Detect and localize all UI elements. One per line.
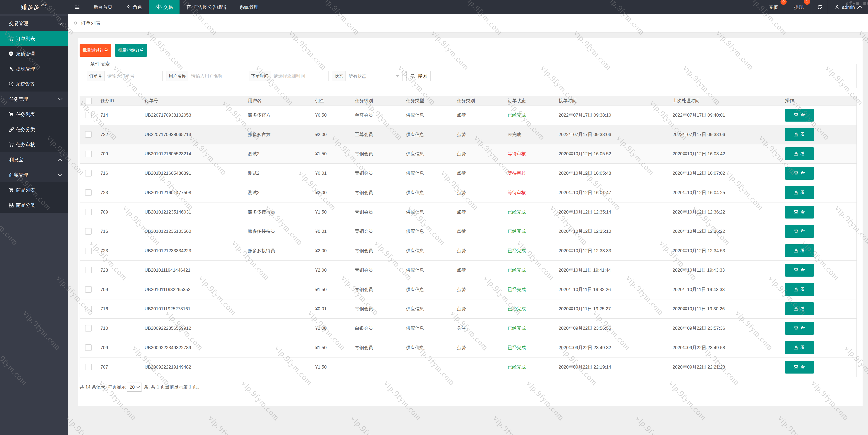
component-icon [8,202,14,208]
row-checkbox[interactable] [85,209,92,215]
cell-task-id: 716 [97,164,141,183]
sidebar-toggle-button[interactable] [68,0,87,14]
cell-order-status: 已经完成 [504,357,555,377]
table-row: 723UB2010121233334223赚多多接待员¥2.00青铜会员供应信息… [80,241,857,261]
chev-down-icon [58,173,63,176]
sidebar-item-task-list[interactable]: 任务列表 [0,107,68,122]
table-row: 710UB2009222356559912¥2.00白银会员供应信息关注已经完成… [80,319,857,338]
topbar-item-ad-notice[interactable]: 广告图公告编辑 [180,0,233,14]
topbar-right-menu: 充值0提现1admin [761,0,868,14]
row-checkbox[interactable] [85,189,92,196]
col-header-checkbox [80,96,97,105]
row-checkbox[interactable] [85,286,92,293]
view-button[interactable]: 查看 [785,283,814,296]
cell-order-no: UB2010121235146031 [141,202,245,222]
view-button[interactable]: 查看 [785,147,814,160]
topbar-recharge[interactable]: 充值0 [761,0,786,14]
status-text: 已经完成 [508,326,526,331]
cell-process-time: 2020年09月22日 22:21:23 [669,357,782,377]
view-button[interactable]: 查看 [785,128,814,141]
scales-icon [156,4,162,10]
row-checkbox-cell [80,261,97,280]
view-button[interactable]: 查看 [785,186,814,199]
cell-level: 至尊会员 [351,105,403,125]
sidebar-item-system-settings[interactable]: 系统设置 [0,76,68,92]
status-field-select[interactable]: 所有状态 [345,71,403,81]
cell-user-name [245,319,312,338]
row-checkbox[interactable] [85,306,92,312]
order-time-field-input[interactable] [271,71,329,81]
cell-order-status: 已经完成 [504,261,555,280]
cell-order-no: UB2207170938102053 [141,105,245,125]
cart-outline-icon [8,36,14,41]
view-button[interactable]: 查看 [785,341,814,354]
page-size-select[interactable]: 20 [127,382,142,392]
topbar-withdraw[interactable]: 提现1 [786,0,812,14]
burger-icon [75,5,80,9]
cell-order-no: UB2207170938065713 [141,125,245,144]
cell-user-name: 赚多多官方 [245,105,312,125]
row-checkbox[interactable] [85,131,92,138]
row-checkbox[interactable] [85,112,92,118]
cell-task-type: 供应信息 [403,144,454,164]
row-checkbox[interactable] [85,364,92,370]
col-header-任务ID: 任务ID [97,96,141,105]
row-checkbox[interactable] [85,151,92,157]
view-button[interactable]: 查看 [785,225,814,238]
row-checkbox-cell [80,357,97,377]
topbar-item-system[interactable]: 系统管理 [233,0,265,14]
cell-task-id: 709 [97,144,141,164]
view-button[interactable]: 查看 [785,361,814,373]
order-no-field-input[interactable] [104,71,162,81]
cell-task-type: 供应信息 [403,202,454,222]
batch-approve-button[interactable]: 批量通过订单 [80,44,111,57]
row-checkbox[interactable] [85,325,92,332]
view-button[interactable]: 查看 [785,244,814,257]
sidebar-group-task-mgmt[interactable]: 任务管理 [0,92,68,107]
row-checkbox[interactable] [85,228,92,235]
cell-task-category: 点赞 [454,164,504,183]
sidebar-item-goods-list[interactable]: 商品列表 [0,182,68,198]
table-row: 709UB2009222349322789¥1.50青铜会员供应信息点赞已经完成… [80,338,857,358]
row-checkbox[interactable] [85,344,92,351]
view-button[interactable]: 查看 [785,302,814,315]
sidebar-group-trade-mgmt[interactable]: 交易管理 [0,16,68,31]
topbar-user-menu[interactable]: admin [828,0,868,14]
topbar-refresh-button[interactable] [812,0,828,14]
sidebar-group-mall-mgmt[interactable]: 商城管理 [0,167,68,182]
cell-accept-time: 2020年10月12日 16:05:48 [555,164,669,183]
view-button[interactable]: 查看 [785,206,814,219]
topbar-item-home[interactable]: 后台首页 [87,0,119,14]
cell-level: 青铜会员 [351,222,403,241]
search-button[interactable]: 搜索 [406,71,431,81]
batch-reject-button[interactable]: 批量拒绝订单 [115,44,147,57]
view-button[interactable]: 查看 [785,109,814,122]
cell-order-status: 等待审核 [504,144,555,164]
cell-task-type: 供应信息 [403,261,454,280]
status-text: 已经完成 [508,268,526,272]
row-checkbox[interactable] [85,170,92,176]
view-button[interactable]: 查看 [785,264,814,277]
view-button[interactable]: 查看 [785,322,814,335]
row-checkbox[interactable] [85,248,92,254]
row-checkbox-cell [80,222,97,241]
cell-fee: ¥6.50 [312,105,351,125]
sidebar-group-interest[interactable]: 利息宝 [0,152,68,167]
sidebar-item-order-list[interactable]: 订单列表 [0,31,68,46]
view-button[interactable]: 查看 [785,167,814,180]
cell-accept-time: 2020年10月12日 16:01:47 [555,183,669,202]
search-icon [410,73,416,79]
select-all-checkbox[interactable] [85,98,92,104]
topbar-item-roles[interactable]: 角色 [119,0,149,14]
sidebar-item-goods-category[interactable]: 商品分类 [0,198,68,213]
topbar-recharge-label: 充值 [769,4,778,10]
sidebar-item-task-category[interactable]: 任务分类 [0,122,68,137]
topbar-item-trade[interactable]: 交易 [149,0,180,14]
sidebar-item-withdraw-mgmt[interactable]: 提现管理 [0,61,68,76]
row-checkbox[interactable] [85,267,92,273]
col-header-任务类型: 任务类型 [403,96,454,105]
cell-user-name [245,299,312,319]
user-name-field-input[interactable] [188,71,245,81]
sidebar-item-recharge-mgmt[interactable]: 充值管理 [0,46,68,61]
sidebar-item-task-review[interactable]: 任务审核 [0,137,68,152]
